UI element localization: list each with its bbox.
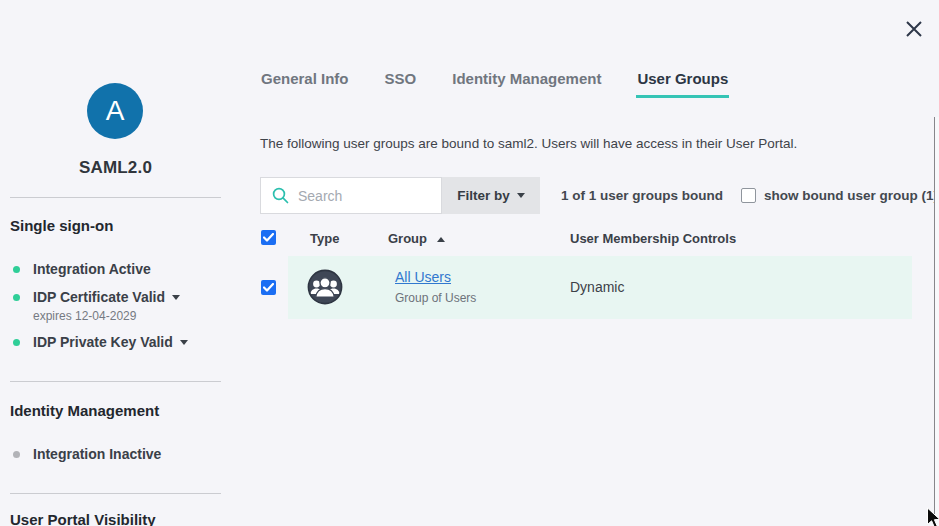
close-button[interactable]	[901, 16, 927, 42]
group-of-users-avatar-icon	[307, 269, 343, 305]
column-header-type: Type	[310, 231, 339, 246]
section-heading-user-portal-visibility: User Portal Visibility	[10, 511, 156, 526]
column-header-group[interactable]: Group	[388, 231, 445, 246]
user-groups-toolbar: Filter by 1 of 1 user groups bound show …	[260, 177, 938, 214]
sort-ascending-icon	[437, 237, 445, 242]
integration-title: SAML2.0	[10, 158, 221, 178]
tab-bar: General Info SSO Identity Management Use…	[260, 70, 729, 98]
avatar-letter: A	[106, 95, 125, 127]
section-heading-identity-management: Identity Management	[10, 402, 159, 419]
show-bound-checkbox[interactable]	[741, 188, 756, 203]
sidebar-divider	[10, 381, 221, 382]
show-bound-label: show bound user group (1)	[764, 188, 938, 203]
close-icon	[904, 19, 924, 39]
status-label: IDP Private Key Valid	[33, 334, 173, 350]
filter-by-button[interactable]: Filter by	[442, 177, 540, 214]
status-dot-active-icon	[13, 339, 20, 346]
search-box	[260, 177, 442, 214]
table-row: All Users Group of Users Dynamic	[0, 256, 939, 319]
tab-user-groups[interactable]: User Groups	[636, 70, 729, 98]
group-name-link[interactable]: All Users	[395, 269, 451, 285]
table-header: Type Group User Membership Controls	[0, 230, 939, 248]
column-header-group-label: Group	[388, 231, 427, 246]
sidebar-divider	[10, 197, 221, 198]
status-idp-private-key: IDP Private Key Valid	[10, 334, 240, 350]
sso-integration-modal: { "modal": { "title": "SAML2.0", "avatar…	[0, 0, 939, 526]
checkmark-icon	[263, 283, 274, 292]
chevron-down-icon	[517, 193, 525, 198]
status-integration-inactive: Integration Inactive	[10, 446, 240, 462]
membership-controls-value: Dynamic	[570, 279, 624, 295]
sidebar-divider	[10, 493, 221, 494]
chevron-down-icon[interactable]	[180, 340, 188, 345]
tab-sso[interactable]: SSO	[384, 70, 418, 98]
column-header-membership: User Membership Controls	[570, 231, 736, 246]
group-subtext: Group of Users	[395, 291, 476, 305]
select-all-checkbox[interactable]	[261, 230, 276, 245]
user-groups-description: The following user groups are bound to s…	[260, 136, 797, 151]
vertical-scrollbar[interactable]	[934, 117, 939, 526]
search-input[interactable]	[298, 188, 428, 204]
search-icon	[272, 187, 289, 204]
tab-general-info[interactable]: General Info	[260, 70, 350, 98]
checkmark-icon	[263, 233, 274, 242]
bound-groups-count: 1 of 1 user groups bound	[561, 188, 723, 203]
status-dot-inactive-icon	[13, 451, 20, 458]
status-label: Integration Inactive	[33, 446, 161, 462]
show-bound-user-group-toggle[interactable]: show bound user group (1)	[741, 188, 938, 203]
filter-by-label: Filter by	[457, 188, 510, 203]
tab-identity-management[interactable]: Identity Management	[451, 70, 602, 98]
row-checkbox[interactable]	[261, 280, 276, 295]
integration-avatar: A	[87, 83, 143, 139]
